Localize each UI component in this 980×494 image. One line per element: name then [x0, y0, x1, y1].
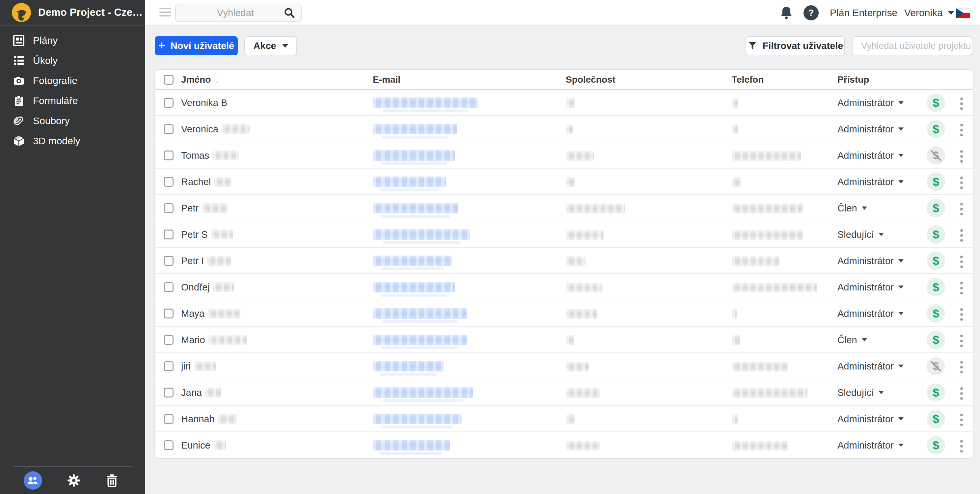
menu-toggle-button[interactable] — [159, 8, 171, 19]
row-menu-button[interactable] — [959, 254, 964, 269]
billing-enabled-icon[interactable]: $ — [927, 410, 945, 428]
billing-enabled-icon[interactable]: $ — [927, 252, 945, 270]
row-checkbox[interactable] — [164, 361, 173, 371]
row-menu-button[interactable] — [959, 123, 964, 138]
user-menu[interactable]: Veronika — [904, 0, 954, 25]
new-users-button[interactable]: + Noví uživatelé — [155, 36, 238, 55]
actions-dropdown-button[interactable]: Akce — [244, 36, 297, 55]
row-menu-button[interactable] — [959, 307, 964, 322]
billing-disabled-icon[interactable]: $ — [927, 146, 945, 165]
sidebar-item-plans[interactable]: Plány — [0, 30, 145, 50]
notifications-button[interactable] — [780, 0, 793, 25]
row-menu-button[interactable] — [959, 280, 964, 296]
column-header-name[interactable]: Jméno ↓ — [181, 70, 219, 89]
billing-enabled-icon[interactable]: $ — [927, 436, 945, 454]
filter-users-button[interactable]: Filtrovat uživatele — [746, 36, 845, 55]
row-checkbox[interactable] — [164, 124, 173, 134]
row-checkbox[interactable] — [164, 309, 173, 319]
row-checkbox[interactable] — [164, 150, 173, 160]
user-name-cell: Hannah — [181, 406, 237, 432]
sidebar-item-label: 3D modely — [33, 135, 80, 147]
table-row: Eunice Administrátor $ — [155, 432, 973, 459]
row-checkbox[interactable] — [164, 98, 173, 108]
row-checkbox[interactable] — [164, 229, 173, 239]
table-row: Maya Administrátor $ — [155, 300, 973, 327]
billing-enabled-icon[interactable]: $ — [927, 383, 945, 402]
row-menu-button[interactable] — [959, 333, 964, 349]
sidebar-item-forms[interactable]: Formuláře — [0, 91, 145, 111]
language-flag-czech[interactable] — [956, 8, 970, 18]
billing-enabled-icon[interactable]: $ — [927, 304, 945, 323]
role-dropdown[interactable]: Administrátor — [837, 406, 904, 432]
billing-disabled-icon[interactable]: $ — [927, 357, 945, 375]
billing-enabled-icon[interactable]: $ — [927, 278, 945, 296]
column-header-access[interactable]: Přístup — [837, 70, 869, 89]
role-dropdown[interactable]: Administrátor — [837, 169, 904, 195]
sidebar-item-photos[interactable]: Fotografie — [0, 70, 145, 91]
row-menu-button[interactable] — [959, 175, 964, 190]
billing-enabled-icon[interactable]: $ — [927, 94, 945, 112]
row-checkbox[interactable] — [164, 440, 173, 450]
role-dropdown[interactable]: Administrátor — [837, 89, 904, 116]
role-dropdown[interactable]: Sledující — [837, 379, 884, 406]
role-dropdown[interactable]: Člen — [837, 195, 867, 222]
row-checkbox[interactable] — [164, 335, 173, 345]
billing-enabled-icon[interactable]: $ — [927, 331, 945, 349]
row-checkbox[interactable] — [164, 414, 173, 424]
column-header-company[interactable]: Společnost — [566, 70, 616, 89]
role-dropdown[interactable]: Sledující — [837, 222, 884, 248]
users-section-button[interactable] — [24, 471, 42, 490]
row-checkbox[interactable] — [164, 387, 173, 397]
redacted-company — [566, 309, 597, 319]
redacted-email — [373, 229, 470, 240]
row-menu-button[interactable] — [959, 412, 964, 427]
redacted-phone — [732, 256, 780, 266]
role-dropdown[interactable]: Administrátor — [837, 432, 904, 459]
row-menu-button[interactable] — [959, 228, 964, 243]
user-name-cell: Petr I — [181, 248, 231, 274]
role-dropdown[interactable]: Administrátor — [837, 248, 904, 274]
row-menu-button[interactable] — [959, 360, 964, 375]
redacted-phone — [732, 204, 802, 214]
sidebar-item-3d-models[interactable]: 3D modely — [0, 131, 145, 151]
row-checkbox[interactable] — [164, 203, 173, 213]
row-menu-button[interactable] — [959, 386, 964, 401]
role-dropdown[interactable]: Administrátor — [837, 116, 904, 142]
column-header-email[interactable]: E-mail — [373, 70, 401, 89]
redacted-phone — [732, 388, 807, 398]
row-menu-button[interactable] — [959, 96, 964, 111]
row-menu-button[interactable] — [959, 202, 964, 217]
role-dropdown[interactable]: Administrátor — [837, 353, 904, 379]
user-name-cell: Ondřej — [181, 274, 234, 300]
billing-enabled-icon[interactable]: $ — [927, 120, 945, 138]
table-row: Mario Člen $ — [155, 327, 973, 353]
billing-enabled-icon[interactable]: $ — [927, 199, 945, 217]
settings-button[interactable] — [67, 474, 80, 487]
row-menu-button[interactable] — [959, 439, 964, 454]
role-dropdown[interactable]: Administrátor — [837, 300, 904, 327]
row-menu-button[interactable] — [959, 149, 964, 164]
redacted-name — [207, 256, 231, 266]
role-dropdown[interactable]: Administrátor — [837, 274, 904, 300]
sidebar-item-files[interactable]: Soubory — [0, 111, 145, 131]
table-row: Hannah Administrátor $ — [155, 406, 973, 432]
role-dropdown[interactable]: Člen — [837, 327, 867, 353]
row-checkbox[interactable] — [164, 256, 173, 266]
row-checkbox[interactable] — [164, 177, 173, 187]
role-dropdown[interactable]: Administrátor — [837, 142, 904, 169]
billing-enabled-icon[interactable]: $ — [927, 172, 945, 191]
row-checkbox[interactable] — [164, 282, 173, 292]
billing-enabled-icon[interactable]: $ — [927, 225, 945, 244]
sidebar-item-tasks[interactable]: Úkoly — [0, 50, 145, 70]
user-name-cell: Veronika B — [181, 89, 227, 116]
help-button[interactable]: ? — [803, 0, 819, 25]
global-search-input[interactable]: Vyhledat — [175, 4, 302, 22]
role-label: Administrátor — [837, 255, 894, 266]
project-selector[interactable]: Demo Project - Cze… — [0, 0, 145, 25]
select-all-checkbox[interactable] — [164, 75, 173, 84]
project-user-search-input[interactable]: Vyhledat uživatele projektu — [852, 36, 972, 55]
delete-button[interactable] — [105, 474, 119, 487]
chevron-down-icon — [898, 417, 904, 421]
role-label: Administrátor — [837, 308, 894, 319]
column-header-phone[interactable]: Telefon — [732, 70, 764, 89]
